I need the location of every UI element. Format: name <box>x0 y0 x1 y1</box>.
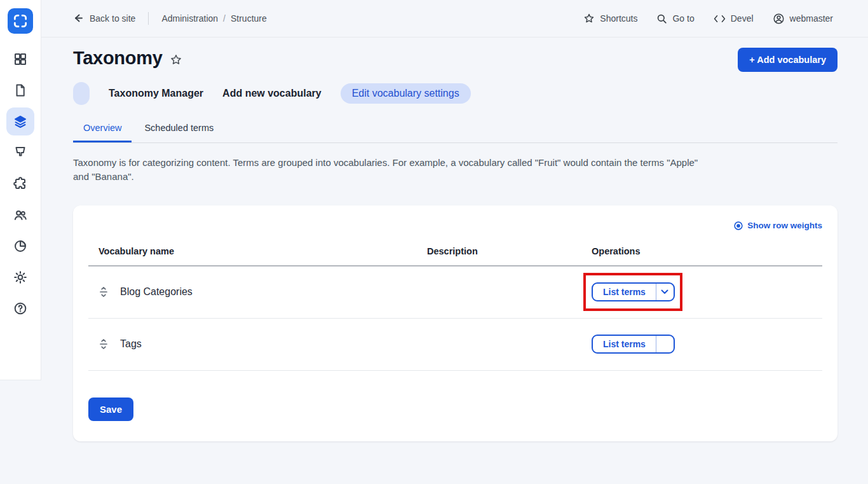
table-header-row: Vocabulary name Description Operations <box>88 240 822 266</box>
back-arrow-icon <box>73 13 85 24</box>
column-header-vocabulary-name: Vocabulary name <box>88 240 417 265</box>
people-icon <box>13 207 28 223</box>
tab-overview[interactable]: Overview <box>73 116 132 142</box>
vocabulary-table: Vocabulary name Description Operations B… <box>88 240 822 371</box>
drag-handle-icon[interactable] <box>98 286 109 298</box>
operations-toggle-button[interactable] <box>656 336 674 352</box>
operations-dropbutton: List terms <box>592 282 675 301</box>
sidebar-item-help[interactable] <box>6 294 34 322</box>
sidebar-item-appearance[interactable] <box>6 139 34 167</box>
layers-icon <box>13 114 28 129</box>
column-header-description: Description <box>417 240 581 265</box>
sidebar-item-people[interactable] <box>6 201 34 229</box>
search-icon <box>656 13 667 24</box>
vocabulary-name: Blog Categories <box>120 286 193 298</box>
devel-button[interactable]: Devel <box>714 13 754 24</box>
frame-logo-icon <box>12 13 29 29</box>
sidebar-item-dashboard[interactable] <box>6 45 34 73</box>
breadcrumb-structure[interactable]: Structure <box>231 13 267 24</box>
goto-label: Go to <box>672 13 694 24</box>
tab-edit-vocabulary-settings[interactable]: Edit vocabulary settings <box>341 83 471 104</box>
tab-taxonomy-manager[interactable]: Taxonomy Manager <box>109 83 203 104</box>
pie-chart-icon <box>13 239 28 254</box>
shortcuts-button[interactable]: Shortcuts <box>583 13 637 24</box>
show-row-weights-link[interactable]: Show row weights <box>733 221 822 231</box>
list-terms-button[interactable]: List terms <box>593 284 656 300</box>
list-terms-button[interactable]: List terms <box>593 336 656 352</box>
sidebar-item-structure[interactable] <box>6 107 34 135</box>
tab-add-new-vocabulary[interactable]: Add new vocabulary <box>222 83 322 104</box>
user-menu[interactable]: webmaster <box>773 13 833 25</box>
back-to-site-link[interactable]: Back to site <box>73 13 135 24</box>
page-title: Taxonomy <box>73 48 162 69</box>
devel-label: Devel <box>731 13 754 24</box>
operations-dropbutton: List terms <box>592 335 675 354</box>
tab-pill-stub[interactable] <box>73 82 90 105</box>
primary-tabs: Taxonomy Manager Add new vocabulary Edit… <box>73 82 837 105</box>
table-row: Tags List terms <box>88 319 822 371</box>
goto-button[interactable]: Go to <box>656 13 694 24</box>
tab-scheduled-terms[interactable]: Scheduled terms <box>134 116 224 142</box>
document-icon <box>13 83 28 98</box>
main-area: Back to site Administration / Structure … <box>41 0 868 441</box>
help-icon <box>13 301 28 316</box>
topbar-divider <box>148 12 149 25</box>
breadcrumb: Administration / Structure <box>161 13 266 24</box>
grid-icon <box>13 52 28 67</box>
breadcrumb-administration[interactable]: Administration <box>161 13 218 24</box>
star-outline-icon[interactable] <box>170 53 182 66</box>
drag-handle-icon[interactable] <box>98 338 109 350</box>
operations-toggle-button[interactable] <box>656 284 674 300</box>
vocabulary-panel: Show row weights Vocabulary name Descrip… <box>73 205 837 441</box>
taxonomy-description: Taxonomy is for categorizing content. Te… <box>73 156 716 184</box>
breadcrumb-separator: / <box>223 13 226 24</box>
puzzle-icon <box>13 176 28 191</box>
site-logo[interactable] <box>8 8 33 34</box>
secondary-tabs: Overview Scheduled terms <box>73 116 837 143</box>
star-icon <box>583 13 595 24</box>
back-to-site-label: Back to site <box>90 13 135 24</box>
column-header-operations: Operations <box>581 240 822 265</box>
add-vocabulary-button[interactable]: + Add vocabulary <box>738 48 837 72</box>
eye-icon <box>733 221 743 231</box>
vocabulary-name: Tags <box>120 338 142 350</box>
user-icon <box>773 13 785 25</box>
sidebar-item-reports[interactable] <box>6 232 34 260</box>
table-row: Blog Categories List terms <box>88 266 822 319</box>
admin-sidebar <box>0 0 41 380</box>
show-row-weights-label: Show row weights <box>747 221 822 230</box>
username-label: webmaster <box>790 13 833 24</box>
chevron-down-icon <box>661 289 668 294</box>
save-button[interactable]: Save <box>88 398 133 421</box>
gear-icon <box>13 270 28 285</box>
sidebar-item-extend[interactable] <box>6 170 34 198</box>
sidebar-item-configuration[interactable] <box>6 263 34 291</box>
sidebar-item-content[interactable] <box>6 76 34 104</box>
code-icon <box>714 14 726 24</box>
paint-roller-icon <box>13 145 28 160</box>
admin-topbar: Back to site Administration / Structure … <box>41 0 868 38</box>
shortcuts-label: Shortcuts <box>600 13 637 24</box>
